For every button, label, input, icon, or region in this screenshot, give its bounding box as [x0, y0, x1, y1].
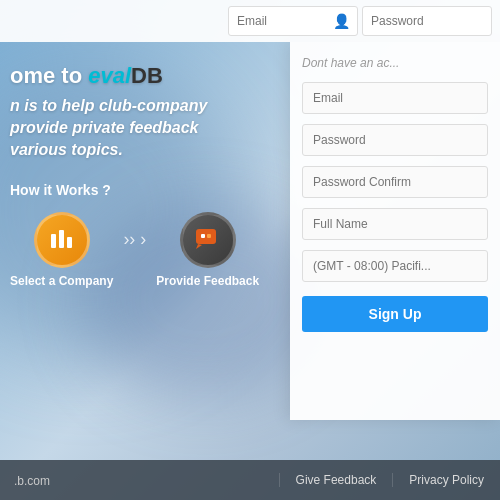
signup-timezone-input[interactable] [302, 250, 488, 282]
signup-email-input[interactable] [302, 82, 488, 114]
welcome-prefix: ome to [10, 63, 88, 88]
signup-fullname-input[interactable] [302, 208, 488, 240]
step-feedback: Provide Feedback [156, 212, 259, 288]
chat-icon [193, 225, 223, 255]
privacy-policy-link[interactable]: Privacy Policy [392, 473, 500, 487]
signup-password-confirm-field [302, 166, 488, 198]
footer-brand-text: .b.com [14, 474, 50, 488]
welcome-block: ome to evalDB n is to help club-company … [10, 62, 290, 162]
company-icon [34, 212, 90, 268]
arrow-separator: ›› › [123, 229, 146, 250]
svg-rect-3 [196, 229, 216, 244]
step-company: Select a Company [10, 212, 113, 288]
signup-password-confirm-input[interactable] [302, 166, 488, 198]
welcome-line4: various topics. [10, 139, 290, 161]
brand-eval: eval [88, 63, 131, 88]
top-login-bar: 👤 [0, 0, 500, 42]
step-feedback-label: Provide Feedback [156, 274, 259, 288]
signup-password-field [302, 124, 488, 156]
email-input-wrap: 👤 [228, 6, 358, 36]
signup-title: Dont have an ac... [302, 56, 488, 70]
feedback-icon [180, 212, 236, 268]
signup-fullname-field [302, 208, 488, 240]
signup-panel: Dont have an ac... Sign Up [290, 42, 500, 420]
brand-db: DB [131, 63, 163, 88]
svg-rect-0 [51, 234, 56, 248]
svg-marker-4 [196, 244, 202, 249]
svg-rect-5 [201, 234, 205, 238]
svg-rect-2 [67, 237, 72, 248]
give-feedback-link[interactable]: Give Feedback [279, 473, 393, 487]
person-icon: 👤 [333, 13, 350, 29]
signup-password-input[interactable] [302, 124, 488, 156]
welcome-line2: n is to help club-company [10, 95, 290, 117]
step-company-label: Select a Company [10, 274, 113, 288]
chart-icon [48, 226, 76, 254]
top-password-input[interactable] [362, 6, 492, 36]
password-input-wrap [362, 6, 492, 36]
welcome-line3: provide private feedback [10, 117, 290, 139]
svg-rect-6 [207, 234, 211, 238]
signup-button[interactable]: Sign Up [302, 296, 488, 332]
footer-brand: .b.com [0, 471, 279, 489]
footer-links: Give Feedback Privacy Policy [279, 473, 500, 487]
footer-bar: .b.com Give Feedback Privacy Policy [0, 460, 500, 500]
svg-rect-1 [59, 230, 64, 248]
signup-timezone-field [302, 250, 488, 282]
signup-email-field [302, 82, 488, 114]
welcome-heading: ome to evalDB [10, 62, 290, 91]
